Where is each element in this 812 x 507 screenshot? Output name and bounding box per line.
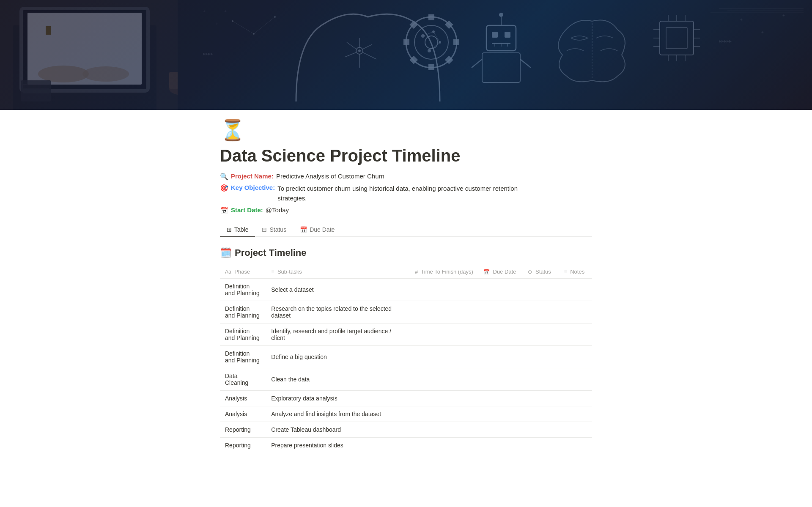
cell-notes xyxy=(559,368,592,391)
svg-point-7 xyxy=(38,66,89,82)
cell-duedate xyxy=(478,279,523,301)
tab-due-date-label: Due Date xyxy=(310,226,335,233)
cell-phase: Analysis xyxy=(220,406,266,422)
svg-text:+: + xyxy=(782,13,785,18)
svg-text:+: + xyxy=(224,9,227,14)
cell-subtask: Exploratory data analysis xyxy=(266,391,410,406)
tab-due-date[interactable]: 📅 Due Date xyxy=(293,223,341,237)
cell-notes xyxy=(559,422,592,438)
table-row[interactable]: Definition and Planning Select a dataset xyxy=(220,279,592,301)
svg-rect-28 xyxy=(428,14,434,20)
status-col-icon: ⊙ xyxy=(528,269,532,275)
start-date-value: @Today xyxy=(266,206,289,214)
table-row[interactable]: Definition and Planning Identify, resear… xyxy=(220,323,592,346)
svg-text:▶▶▶▶▶: ▶▶▶▶▶ xyxy=(719,39,732,43)
notes-col-icon: ≡ xyxy=(564,269,567,275)
svg-rect-34 xyxy=(403,39,409,45)
cell-phase: Definition and Planning xyxy=(220,301,266,323)
cell-time xyxy=(410,346,478,368)
target-icon: 🎯 xyxy=(220,184,228,192)
cell-status xyxy=(523,279,559,301)
cell-duedate xyxy=(478,438,523,453)
cell-duedate xyxy=(478,301,523,323)
project-name-label: Project Name: xyxy=(231,173,274,180)
col-header-duedate: 📅 Due Date xyxy=(478,265,523,279)
cell-status xyxy=(523,422,559,438)
key-objective-label: Key Objective: xyxy=(231,184,275,191)
hero-banner: + + + + + + ▶▶▶▶▶ ▶▶▶▶ xyxy=(0,0,812,110)
project-name-line: 🔍 Project Name: Predictive Analysis of C… xyxy=(220,173,592,181)
cell-notes xyxy=(559,391,592,406)
svg-rect-16 xyxy=(178,0,812,110)
svg-rect-44 xyxy=(492,32,498,38)
table-tab-icon: ⊞ xyxy=(227,226,232,233)
key-objective-value: To predict customer churn using historic… xyxy=(277,184,523,203)
cell-time xyxy=(410,391,478,406)
cell-notes xyxy=(559,406,592,422)
page-title: Data Science Project Timeline xyxy=(220,145,592,166)
cell-phase: Definition and Planning xyxy=(220,279,266,301)
calendar-icon: 📅 xyxy=(220,206,228,214)
cell-status xyxy=(523,368,559,391)
duedate-col-icon: 📅 xyxy=(483,269,490,275)
cell-phase: Reporting xyxy=(220,422,266,438)
table-row[interactable]: Reporting Prepare presentation slides xyxy=(220,438,592,453)
cell-subtask: Create Tableau dashboard xyxy=(266,422,410,438)
cell-duedate xyxy=(478,422,523,438)
col-header-time: # Time To Finish (days) xyxy=(410,265,478,279)
cell-notes xyxy=(559,346,592,368)
tab-status[interactable]: ⊟ Status xyxy=(255,223,293,237)
status-tab-icon: ⊟ xyxy=(262,226,267,233)
tab-status-label: Status xyxy=(269,226,286,233)
start-date-label: Start Date: xyxy=(231,206,263,214)
cell-time xyxy=(410,368,478,391)
section-title: 🗓️ Project Timeline xyxy=(220,247,592,258)
cell-status xyxy=(523,406,559,422)
cell-duedate xyxy=(478,368,523,391)
tab-table[interactable]: ⊞ Table xyxy=(220,223,255,237)
table-row[interactable]: Definition and Planning Define a big que… xyxy=(220,346,592,368)
cell-duedate xyxy=(478,391,523,406)
project-timeline-table: Aa Phase ≡ Sub-tasks # Time To Finish (d… xyxy=(220,265,592,453)
cell-subtask: Identify, research and profile target au… xyxy=(266,323,410,346)
start-date-line: 📅 Start Date: @Today xyxy=(220,206,592,214)
table-row[interactable]: Analysis Exploratory data analysis xyxy=(220,391,592,406)
table-body: Definition and Planning Select a dataset… xyxy=(220,279,592,453)
cell-phase: Analysis xyxy=(220,391,266,406)
cell-status xyxy=(523,346,559,368)
svg-point-18 xyxy=(358,49,361,52)
section-title-text: Project Timeline xyxy=(235,247,307,258)
due-date-tab-icon: 📅 xyxy=(300,226,307,233)
col-header-status: ⊙ Status xyxy=(523,265,559,279)
cell-notes xyxy=(559,323,592,346)
table-row[interactable]: Reporting Create Tableau dashboard xyxy=(220,422,592,438)
svg-rect-45 xyxy=(505,32,510,38)
col-header-subtasks: ≡ Sub-tasks xyxy=(266,265,410,279)
svg-text:+: + xyxy=(203,9,206,14)
cell-time xyxy=(410,438,478,453)
page-icon: ⏳ xyxy=(220,118,592,142)
col-header-phase: Aa Phase xyxy=(220,265,266,279)
cell-time xyxy=(410,422,478,438)
subtasks-col-icon: ≡ xyxy=(271,269,274,275)
cell-phase: Reporting xyxy=(220,438,266,453)
cell-duedate xyxy=(478,346,523,368)
cell-status xyxy=(523,301,559,323)
section-icon: 🗓️ xyxy=(220,247,231,258)
cell-subtask: Select a dataset xyxy=(266,279,410,301)
svg-point-8 xyxy=(82,66,129,82)
cell-subtask: Analyze and find insights from the datas… xyxy=(266,406,410,422)
key-objective-line: 🎯 Key Objective: To predict customer chu… xyxy=(220,184,592,203)
magnifier-icon: 🔍 xyxy=(220,173,228,181)
svg-point-54 xyxy=(499,13,503,17)
cell-subtask: Research on the topics related to the se… xyxy=(266,301,410,323)
svg-rect-30 xyxy=(453,39,459,45)
time-col-icon: # xyxy=(415,269,418,275)
cell-duedate xyxy=(478,323,523,346)
table-row[interactable]: Definition and Planning Research on the … xyxy=(220,301,592,323)
cell-status xyxy=(523,438,559,453)
table-row[interactable]: Analysis Analyze and find insights from … xyxy=(220,406,592,422)
table-row[interactable]: Data Cleaning Clean the data xyxy=(220,368,592,391)
cell-phase: Definition and Planning xyxy=(220,346,266,368)
cell-status xyxy=(523,391,559,406)
